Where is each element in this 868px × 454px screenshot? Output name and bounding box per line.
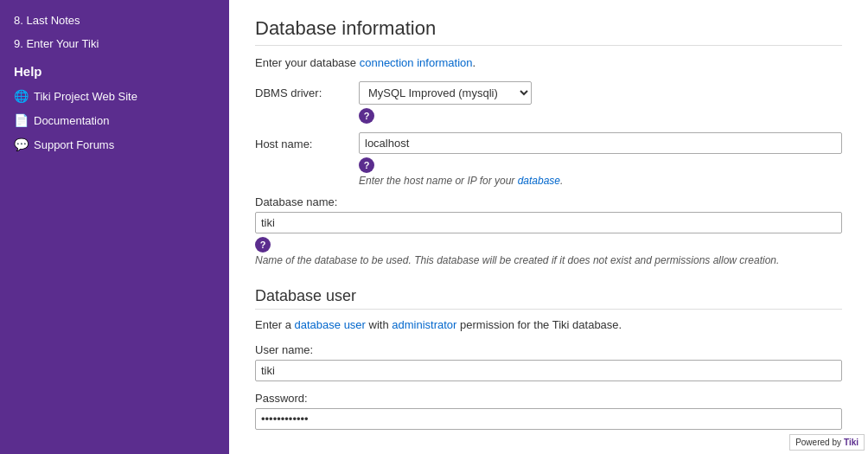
db-name-help-text: Name of the database to be used. This da… xyxy=(255,254,842,266)
sidebar: 8. Last Notes 9. Enter Your Tiki Help 🌐 … xyxy=(0,0,229,454)
powered-by-badge: Powered by Tiki xyxy=(789,434,865,451)
db-name-label: Database name: xyxy=(255,195,842,208)
host-control: ? Enter the host name or IP for your dat… xyxy=(359,132,842,187)
chat-icon: 💬 xyxy=(14,137,29,151)
host-input[interactable] xyxy=(359,132,842,154)
sidebar-item-label: Tiki Project Web Site xyxy=(34,90,137,103)
globe-icon: 🌐 xyxy=(14,89,29,103)
db-intro-text: Enter your database connection informati… xyxy=(255,56,842,69)
sidebar-item-last-notes[interactable]: 8. Last Notes xyxy=(0,9,229,32)
password-field: Password: xyxy=(255,392,842,430)
host-help-text: Enter the host name or IP for your datab… xyxy=(359,175,842,187)
sidebar-item-label: 9. Enter Your Tiki xyxy=(14,37,99,50)
password-label: Password: xyxy=(255,392,842,405)
db-user-heading: Database user xyxy=(255,287,842,310)
db-user-intro: Enter a database user with administrator… xyxy=(255,318,842,331)
sidebar-item-label: Support Forums xyxy=(34,138,114,151)
user-name-input[interactable] xyxy=(255,360,842,381)
dbms-label: DBMS driver: xyxy=(255,81,359,99)
database-link[interactable]: database xyxy=(518,175,560,187)
sidebar-item-support-forums[interactable]: 💬 Support Forums xyxy=(0,132,229,157)
user-name-label: User name: xyxy=(255,343,842,356)
dbms-driver-row: DBMS driver: MySQL Improved (mysqli) MyS… xyxy=(255,81,842,124)
host-help-icon[interactable]: ? xyxy=(359,157,374,173)
dbms-select[interactable]: MySQL Improved (mysqli) MySQL PDO MySQL … xyxy=(359,81,532,105)
sidebar-item-label: Documentation xyxy=(34,114,109,127)
sidebar-item-enter-tiki[interactable]: 9. Enter Your Tiki xyxy=(0,32,229,55)
sidebar-item-documentation[interactable]: 📄 Documentation xyxy=(0,108,229,132)
sidebar-item-label: 8. Last Notes xyxy=(14,14,80,27)
dbms-control: MySQL Improved (mysqli) MySQL PDO MySQL … xyxy=(359,81,842,124)
db-user-link[interactable]: database user xyxy=(295,318,366,331)
db-user-section: Database user Enter a database user with… xyxy=(255,287,842,430)
db-name-input[interactable] xyxy=(255,212,842,233)
main-content: Database information Enter your database… xyxy=(229,0,868,454)
admin-link[interactable]: administrator xyxy=(392,318,456,331)
dbms-help-icon[interactable]: ? xyxy=(359,108,374,124)
sidebar-item-tiki-project[interactable]: 🌐 Tiki Project Web Site xyxy=(0,84,229,108)
db-name-help-icon[interactable]: ? xyxy=(255,237,271,253)
password-input[interactable] xyxy=(255,408,842,430)
db-name-field: Database name: ? Name of the database to… xyxy=(255,195,842,266)
user-name-field: User name: xyxy=(255,343,842,381)
powered-by-text: Powered by xyxy=(795,438,841,447)
host-name-row: Host name: ? Enter the host name or IP f… xyxy=(255,132,842,187)
help-section-title: Help xyxy=(0,55,229,84)
tiki-logo: Tiki xyxy=(844,438,858,447)
connection-info-link[interactable]: connection information xyxy=(360,56,473,69)
db-info-heading: Database information xyxy=(255,17,842,46)
document-icon: 📄 xyxy=(14,113,29,127)
host-label: Host name: xyxy=(255,132,359,150)
